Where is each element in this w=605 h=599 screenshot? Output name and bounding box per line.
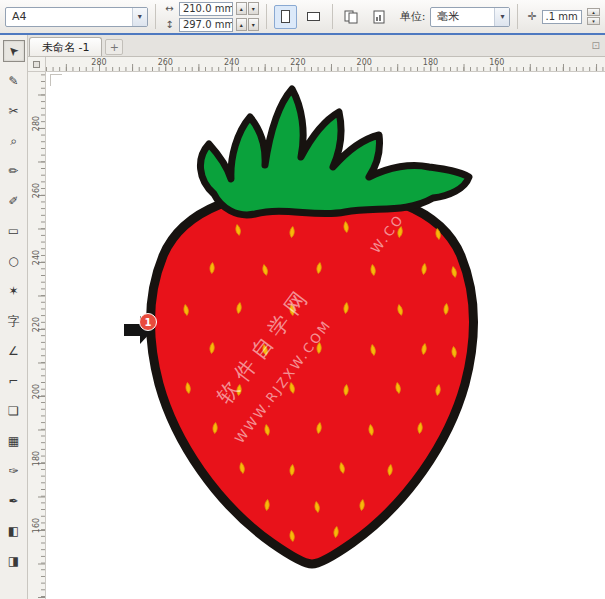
plus-icon: +	[110, 41, 119, 54]
v-ruler-label: 200	[32, 382, 41, 402]
h-ruler-label: 280	[89, 58, 109, 67]
document-tab[interactable]: 未命名 -1	[29, 37, 102, 56]
separator	[266, 4, 267, 29]
separator	[332, 4, 333, 29]
current-page-button[interactable]	[368, 5, 391, 29]
strawberry-body[interactable]	[151, 192, 474, 564]
toolbox: ➤✎✂⌕✏✐▭○✶字∠⌐❏▦✑✒◧◨	[0, 35, 28, 599]
nudge-spin-up-button[interactable]: ▴	[587, 8, 600, 16]
landscape-icon	[307, 12, 320, 21]
window-control-icon[interactable]: ⊡	[592, 40, 600, 51]
pick-icon: ➤	[6, 43, 22, 59]
rectangle-icon: ▭	[8, 225, 19, 237]
width-spin-up-button[interactable]: ▴	[236, 2, 247, 15]
outline-pen-tool[interactable]: ✒	[3, 490, 25, 512]
outline-pen-icon: ✒	[8, 495, 18, 507]
artistic-media-tool[interactable]: ✐	[3, 190, 25, 212]
connector-icon: ⌐	[8, 375, 18, 387]
h-ruler-label: 200	[354, 58, 374, 67]
property-bar: A4 ▾ ↔ 210.0 mm ▴ ▾ ↕ 297.0 mm ▴ ▾	[0, 0, 605, 35]
text-tool[interactable]: 字	[3, 310, 25, 332]
freehand-icon: ✏	[8, 165, 18, 177]
transparency-icon: ▦	[8, 435, 19, 447]
fill-tool[interactable]: ◧	[3, 520, 25, 542]
ruler-origin-icon	[33, 61, 40, 68]
v-ruler-label: 180	[32, 449, 41, 469]
v-ruler-label: 260	[32, 181, 41, 201]
units-value: 毫米	[431, 9, 494, 24]
connector-tool[interactable]: ⌐	[3, 370, 25, 392]
separator	[155, 4, 156, 29]
v-ruler-label: 220	[32, 315, 41, 335]
ellipse-tool[interactable]: ○	[3, 250, 25, 272]
pick-tool[interactable]: ➤	[3, 40, 25, 62]
interactive-fill-tool[interactable]: ◨	[3, 550, 25, 572]
zoom-icon: ⌕	[10, 135, 17, 147]
ruler-row: 280260240220200180160	[28, 57, 605, 72]
parallel-dimension-tool[interactable]: ∠	[3, 340, 25, 362]
height-spin-down-button[interactable]: ▾	[248, 18, 259, 31]
crop-tool[interactable]: ✂	[3, 100, 25, 122]
document-tab-label: 未命名 -1	[42, 40, 89, 55]
v-ruler-label: 280	[32, 114, 41, 134]
eyedropper-tool[interactable]: ✑	[3, 460, 25, 482]
chevron-down-icon[interactable]: ▾	[494, 8, 509, 26]
height-spin-up-button[interactable]: ▴	[236, 18, 247, 31]
workspace: 未命名 -1 + ⊡ 280260240220200180160 2802602…	[28, 35, 605, 599]
eyedropper-icon: ✑	[8, 465, 18, 477]
h-ruler-label: 260	[155, 58, 175, 67]
page-height-icon: ↕	[163, 19, 176, 30]
portrait-orientation-button[interactable]	[274, 5, 297, 29]
current-page-icon	[371, 9, 387, 25]
h-ruler-label: 240	[222, 58, 242, 67]
freehand-tool[interactable]: ✏	[3, 160, 25, 182]
all-pages-button[interactable]	[340, 5, 363, 29]
strawberry-leaves[interactable]	[200, 89, 469, 215]
landscape-orientation-button[interactable]	[302, 5, 325, 29]
page-size-select[interactable]: A4 ▾	[5, 7, 148, 27]
text-icon: 字	[8, 315, 20, 327]
h-ruler-label: 160	[487, 58, 507, 67]
all-pages-icon	[343, 9, 359, 25]
nudge-spin-down-button[interactable]: ▾	[587, 17, 600, 25]
coreldraw-window: A4 ▾ ↔ 210.0 mm ▴ ▾ ↕ 297.0 mm ▴ ▾	[0, 0, 605, 599]
drawing-canvas[interactable]: 1 软件自学网 WWW.RJZXW.COM W.CO	[46, 72, 605, 599]
page-dimensions: ↔ 210.0 mm ▴ ▾ ↕ 297.0 mm ▴ ▾	[163, 2, 259, 32]
drop-shadow-tool[interactable]: ❏	[3, 400, 25, 422]
page-width-input[interactable]: 210.0 mm	[179, 2, 233, 16]
units-label: 单位:	[400, 9, 426, 24]
nudge-offset-icon: ✛	[527, 10, 536, 23]
page-size-value: A4	[6, 10, 132, 23]
fill-icon: ◧	[8, 525, 19, 537]
h-ruler-label: 220	[288, 58, 308, 67]
ellipse-icon: ○	[8, 255, 18, 267]
page-height-input[interactable]: 297.0 mm	[179, 18, 233, 32]
crop-icon: ✂	[8, 105, 18, 117]
separator	[517, 4, 518, 29]
transparency-tool[interactable]: ▦	[3, 430, 25, 452]
v-ruler-label: 240	[32, 248, 41, 268]
nudge-offset-input[interactable]: .1 mm	[542, 10, 582, 24]
chevron-down-icon[interactable]: ▾	[132, 8, 147, 26]
new-document-tab-button[interactable]: +	[105, 39, 123, 55]
polygon-icon: ✶	[8, 285, 18, 297]
strawberry-drawing[interactable]: 1	[46, 72, 605, 599]
rectangle-tool[interactable]: ▭	[3, 220, 25, 242]
interactive-fill-icon: ◨	[8, 555, 19, 567]
vertical-ruler[interactable]: 280260240220200180160	[28, 72, 46, 599]
drop-shadow-icon: ❏	[8, 405, 19, 417]
polygon-tool[interactable]: ✶	[3, 280, 25, 302]
shape-icon: ✎	[8, 75, 18, 87]
shape-tool[interactable]: ✎	[3, 70, 25, 92]
ruler-origin[interactable]	[28, 57, 46, 72]
zoom-tool[interactable]: ⌕	[3, 130, 25, 152]
portrait-icon	[281, 10, 290, 23]
horizontal-ruler[interactable]: 280260240220200180160	[46, 57, 605, 72]
width-spin-down-button[interactable]: ▾	[248, 2, 259, 15]
page-width-icon: ↔	[163, 3, 176, 14]
h-ruler-label: 180	[421, 58, 441, 67]
document-tab-bar: 未命名 -1 + ⊡	[28, 35, 605, 57]
units-select[interactable]: 毫米 ▾	[430, 7, 510, 27]
selection-count-label: 1	[145, 317, 152, 328]
parallel-dimension-icon: ∠	[8, 345, 19, 357]
